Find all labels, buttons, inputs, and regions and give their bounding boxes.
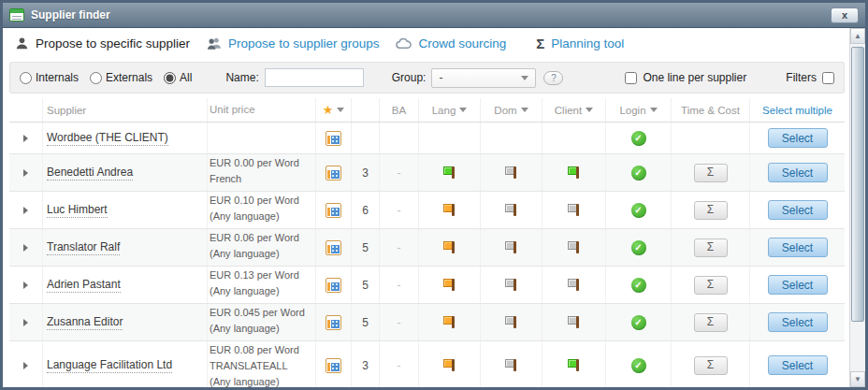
close-button[interactable]: x [831, 7, 859, 23]
login-cell: ✓ [606, 192, 672, 228]
select-multiple-link[interactable]: Select multiple [762, 105, 832, 116]
supplier-name-link[interactable]: Zusanna Editor [47, 315, 123, 330]
ba-cell: - [380, 267, 419, 303]
rates-calculator-icon[interactable] [326, 358, 341, 373]
externals-label[interactable]: Externals [106, 71, 152, 84]
scrollbar-track[interactable] [850, 44, 865, 371]
rates-calculator-icon[interactable] [326, 278, 341, 293]
ba-cell [380, 123, 419, 153]
select-button[interactable]: Select [768, 200, 828, 220]
supplier-name-link[interactable]: Translator Ralf [47, 240, 120, 255]
time-cost-button[interactable]: Σ [694, 201, 728, 220]
rates-calculator-icon[interactable] [326, 166, 341, 181]
header-login[interactable]: Login [606, 98, 672, 122]
lang-cell [419, 304, 481, 340]
login-cell: ✓ [606, 229, 672, 266]
rating-cell: 6 [352, 192, 380, 228]
filters-label[interactable]: Filters [786, 71, 817, 84]
supplier-name-link[interactable]: Adrien Pastant [47, 278, 121, 293]
time-cost-button[interactable]: Σ [694, 276, 728, 295]
supplier-name-link[interactable]: Luc Himbert [47, 203, 108, 218]
expand-row-icon[interactable] [23, 319, 28, 326]
scroll-down-button[interactable]: ▼ [850, 371, 865, 387]
time-cost-button[interactable]: Σ [694, 238, 728, 257]
rates-cell [316, 304, 352, 340]
expand-row-icon[interactable] [23, 135, 28, 142]
one-line-per-supplier-checkbox[interactable] [625, 72, 637, 84]
rating-cell: 3 [352, 341, 380, 387]
sort-caret-icon[interactable] [337, 108, 344, 112]
rates-calculator-icon[interactable] [326, 203, 341, 218]
table-row: Benedetti Andrea EUR 0.00 per WordFrench… [9, 154, 845, 192]
flag-orange-icon [442, 240, 457, 255]
internals-radio[interactable] [20, 72, 32, 84]
internals-label[interactable]: Internals [36, 71, 79, 84]
filter-caret-icon[interactable] [586, 108, 593, 112]
supplier-name-link[interactable]: Wordbee (THE CLIENT) [47, 131, 168, 146]
rates-calculator-icon[interactable] [326, 131, 341, 146]
externals-radio[interactable] [90, 72, 102, 84]
expand-row-icon[interactable] [23, 244, 28, 252]
login-check-icon: ✓ [631, 166, 646, 181]
time-cost-cell: Σ [672, 341, 750, 387]
nav-crowd-sourcing[interactable]: Crowd sourcing [396, 36, 506, 51]
dom-cell [481, 341, 542, 387]
scrollbar-thumb[interactable] [851, 47, 864, 322]
supplier-name-link[interactable]: Benedetti Andrea [47, 166, 133, 181]
supplier-table: Supplier Unit price ★ BA Lang Dom [9, 98, 845, 387]
rates-calculator-icon[interactable] [326, 240, 341, 255]
rates-cell [316, 123, 352, 153]
client-cell [542, 192, 606, 228]
filters-checkbox[interactable] [822, 72, 834, 84]
flag-orange-icon [442, 315, 457, 330]
header-rating-star[interactable]: ★ [316, 98, 352, 122]
flag-gray-icon [504, 240, 519, 255]
select-button[interactable]: Select [768, 355, 828, 375]
window-icon [9, 8, 24, 22]
star-icon: ★ [323, 104, 334, 116]
expand-row-icon[interactable] [23, 282, 28, 289]
supplier-name-link[interactable]: Language Facilitation Ltd [47, 358, 172, 373]
nav-propose-specific-supplier[interactable]: Propose to specific supplier [15, 36, 190, 51]
filter-caret-icon[interactable] [650, 108, 658, 112]
filter-caret-icon[interactable] [459, 108, 467, 112]
select-button[interactable]: Select [768, 238, 828, 257]
expand-row-icon[interactable] [23, 207, 28, 214]
all-radio[interactable] [164, 72, 176, 84]
name-label: Name: [225, 71, 258, 84]
dom-cell [481, 123, 542, 153]
time-cost-button[interactable]: Σ [694, 356, 728, 375]
select-button[interactable]: Select [768, 128, 828, 148]
header-lang[interactable]: Lang [419, 98, 481, 122]
expand-row-icon[interactable] [23, 362, 28, 369]
name-input[interactable] [265, 68, 364, 87]
content: Propose to specific supplier Propose to … [3, 28, 849, 387]
rates-calculator-icon[interactable] [326, 315, 341, 330]
header-select-multiple[interactable]: Select multiple [750, 98, 845, 122]
expand-cell [9, 123, 43, 153]
select-button[interactable]: Select [768, 163, 828, 182]
header-client[interactable]: Client [542, 98, 606, 122]
nav-propose-supplier-groups[interactable]: Propose to supplier groups [207, 36, 379, 51]
scroll-up-button[interactable]: ▲ [850, 28, 865, 44]
dom-cell [481, 304, 542, 340]
select-button[interactable]: Select [768, 312, 828, 332]
nav-planning-tool[interactable]: Σ Planning tool [536, 36, 624, 51]
select-button[interactable]: Select [768, 275, 828, 295]
help-icon[interactable]: ? [543, 71, 563, 85]
mode-nav: Propose to specific supplier Propose to … [9, 28, 849, 59]
group-select[interactable]: - [431, 68, 536, 88]
time-cost-button[interactable]: Σ [694, 313, 728, 332]
vertical-scrollbar[interactable]: ▲ ▼ [849, 28, 865, 387]
expand-row-icon[interactable] [23, 169, 28, 177]
ba-cell: - [380, 304, 419, 340]
header-unit-price: Unit price [208, 98, 316, 122]
login-cell: ✓ [606, 267, 672, 303]
time-cost-button[interactable]: Σ [694, 164, 728, 182]
filter-caret-icon[interactable] [521, 108, 528, 112]
dom-cell [481, 192, 542, 228]
flag-gray-icon [504, 166, 519, 181]
one-line-per-supplier-label[interactable]: One line per supplier [643, 71, 746, 84]
all-label[interactable]: All [180, 71, 192, 84]
header-dom[interactable]: Dom [481, 98, 542, 122]
